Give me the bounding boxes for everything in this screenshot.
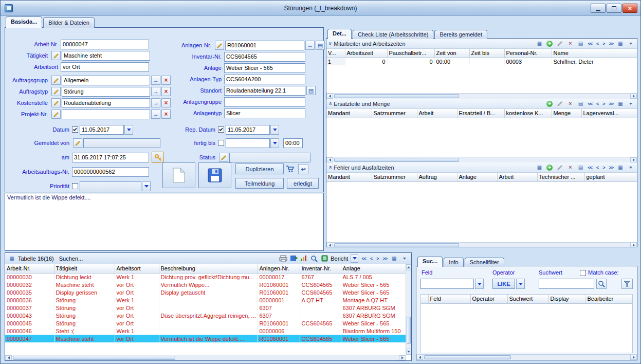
taetigkeit-field[interactable]: Maschine steht <box>62 51 150 61</box>
anlagengruppe-field[interactable] <box>224 97 305 107</box>
edit-button[interactable] <box>219 153 228 162</box>
export-button[interactable] <box>289 254 298 263</box>
anlagen-nr-field[interactable]: R01060001 <box>225 41 304 50</box>
horizontal-scrollbar[interactable] <box>416 354 637 360</box>
cell[interactable]: 00000006 <box>258 327 300 335</box>
cell[interactable]: A Q7 HT <box>300 296 341 304</box>
scroll-thumb[interactable] <box>334 94 459 98</box>
cell[interactable]: Vermutlich ist die Wippe defekt.... <box>159 335 258 342</box>
cell[interactable]: Dichtung leckt <box>54 273 115 281</box>
column-header[interactable]: Anlagen-Nr. <box>258 264 300 273</box>
notes-button[interactable]: ▤ <box>576 40 584 48</box>
notes-button[interactable]: ▤ <box>576 163 584 172</box>
fertig-bis-dropdown-button[interactable] <box>270 138 279 148</box>
edit-button[interactable] <box>556 40 564 48</box>
cell[interactable] <box>469 58 504 65</box>
column-header[interactable]: Zeit von <box>434 49 469 58</box>
cell[interactable]: Störung <box>54 312 115 319</box>
cell[interactable]: Werk 1 <box>115 327 159 335</box>
column-header[interactable]: Personal-Nr. <box>504 49 552 58</box>
lookup-button[interactable]: → <box>151 87 160 96</box>
menu-button[interactable] <box>627 100 635 108</box>
column-header[interactable]: Satznummer <box>372 173 417 181</box>
cell[interactable]: Weber Slicer - 565 <box>341 288 406 296</box>
cell[interactable]: 00000032 <box>5 281 54 288</box>
cell[interactable]: Störung <box>54 304 115 312</box>
arbeitsort-field[interactable]: vor Ort <box>61 62 149 72</box>
suchwert-input[interactable] <box>539 279 594 289</box>
minimize-button[interactable] <box>591 4 606 13</box>
scroll-left-button[interactable] <box>416 355 423 360</box>
print-button[interactable] <box>279 254 287 263</box>
prioritaet-dropdown-button[interactable] <box>142 181 151 191</box>
cell[interactable]: 00003 <box>504 58 552 65</box>
delete-button[interactable]: × <box>566 163 574 172</box>
clear-button[interactable]: × <box>161 98 171 107</box>
column-header[interactable]: Mandant <box>326 173 372 181</box>
column-header[interactable]: Mandant <box>326 109 372 118</box>
rep-datum-field[interactable]: 11.05.2017 <box>226 125 270 135</box>
column-header[interactable]: Satznummer <box>372 109 417 118</box>
add-button[interactable]: + <box>545 100 554 108</box>
cell[interactable]: 00000046 <box>5 327 54 335</box>
scroll-thumb[interactable] <box>407 317 411 344</box>
cell[interactable]: Werk 1 <box>115 296 159 304</box>
beschreibung-textarea[interactable]: Vermutlich ist die Wippe defekt.... <box>5 193 324 251</box>
table-row[interactable]: 10000:0000003Schiffner, Dieter <box>326 58 637 65</box>
cell[interactable] <box>159 304 258 312</box>
cell[interactable]: 00000001 <box>258 296 300 304</box>
cell[interactable]: Vermutlich Wippe... <box>159 281 258 288</box>
duplizieren-button[interactable]: Duplizieren <box>235 163 284 174</box>
scroll-up-button[interactable] <box>406 264 411 270</box>
collapse-section-icon[interactable]: » <box>327 102 333 105</box>
scroll-right-button[interactable] <box>630 157 637 162</box>
column-header[interactable]: Arbeitsort <box>115 264 159 273</box>
cell[interactable]: R01060001 <box>258 319 300 327</box>
cell[interactable]: CCS604565 <box>300 319 341 327</box>
edit-button[interactable] <box>51 76 61 85</box>
nav-last-button[interactable]: >> <box>608 165 614 170</box>
cell[interactable]: R01060001 <box>258 335 300 342</box>
menu-button[interactable] <box>627 40 635 48</box>
column-header[interactable]: Arbeitszeit <box>345 49 387 58</box>
clear-button[interactable]: × <box>161 76 171 85</box>
auftragsgruppe-field[interactable]: Allgemein <box>62 76 150 85</box>
kostenstelle-field[interactable]: Rouladenabteilung <box>62 98 150 108</box>
match-case-checkbox[interactable] <box>580 270 586 276</box>
tab-checkliste[interactable]: Check Liste (Arbeitsschritte) <box>353 30 434 39</box>
scroll-left-button[interactable] <box>326 94 333 99</box>
undo-button[interactable]: ↩ <box>298 164 308 174</box>
close-button[interactable]: ✕ <box>622 4 637 13</box>
projekt-nr-field[interactable] <box>62 110 150 119</box>
table-row[interactable]: 00000030Dichtung lecktWerk 1Dichtung pro… <box>5 273 406 281</box>
cell[interactable]: 00000043 <box>5 312 54 319</box>
grid-icon[interactable]: ▦ <box>535 40 543 48</box>
column-header[interactable]: Operator <box>470 295 507 303</box>
operator-button[interactable]: LIKE <box>492 279 515 289</box>
cell[interactable]: Maschine steht <box>54 335 115 342</box>
tab-details[interactable]: Det... <box>327 29 352 39</box>
vertical-scrollbar[interactable] <box>406 264 411 355</box>
column-header[interactable]: Suchwert <box>507 295 548 303</box>
notes-button[interactable]: ▤ <box>576 100 584 108</box>
clear-button[interactable]: × <box>161 110 171 119</box>
grid-icon[interactable]: ▦ <box>616 40 625 48</box>
column-header[interactable]: Anlage <box>341 264 406 273</box>
menu-button[interactable] <box>627 163 635 172</box>
prioritaet-field[interactable] <box>80 181 141 191</box>
info-button[interactable]: ▤ <box>306 86 316 95</box>
cell[interactable]: Montage A Q7 HT <box>341 296 406 304</box>
lookup-button[interactable]: → <box>151 98 160 107</box>
column-header[interactable]: Arbeit-Nr. <box>5 264 54 273</box>
table-row[interactable]: 00000035Display gerissenvor OrtDisplay g… <box>5 288 406 296</box>
nav-first-button[interactable]: << <box>587 101 593 106</box>
column-header[interactable]: kostenlose K... <box>504 109 552 118</box>
nav-next-button[interactable]: > <box>375 256 379 261</box>
tab-info[interactable]: Info <box>444 258 463 267</box>
nav-next-button[interactable]: > <box>601 41 606 46</box>
search-button[interactable] <box>596 279 607 289</box>
fertig-bis-field[interactable] <box>226 138 270 148</box>
column-header[interactable]: Anlage <box>457 173 497 181</box>
cell[interactable]: vor Ort <box>115 304 159 312</box>
title-bar[interactable]: Störungen (_t_breakdown) ✕ <box>1 1 640 16</box>
